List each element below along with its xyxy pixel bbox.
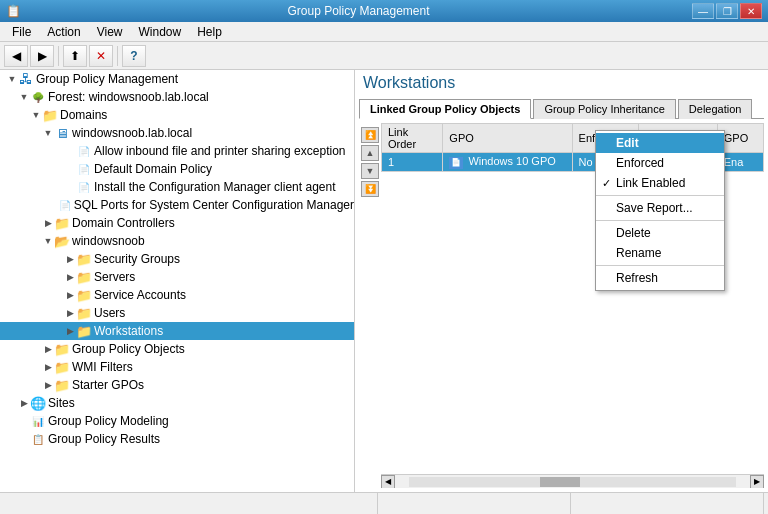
ctx-refresh[interactable]: Refresh — [596, 268, 724, 288]
col-gpo[interactable]: GPO — [443, 124, 572, 153]
tree-item-root[interactable]: ▼ 🖧 Group Policy Management — [0, 70, 354, 88]
status-bar — [0, 492, 768, 514]
tree-item-results[interactable]: 📋 Group Policy Results — [0, 430, 354, 448]
tree-item-forest[interactable]: ▼ 🌳 Forest: windowsnoob.lab.local — [0, 88, 354, 106]
expander-root[interactable]: ▼ — [6, 73, 18, 85]
status-pane-3 — [571, 493, 764, 514]
domain-icon: 🖥 — [54, 125, 70, 141]
toolbar: ◀ ▶ ⬆ ✕ ? — [0, 42, 768, 70]
tree-item-policy-install[interactable]: 📄 Install the Configuration Manager clie… — [0, 178, 354, 196]
menu-bar: File Action View Window Help — [0, 22, 768, 42]
ctx-edit[interactable]: Edit — [596, 133, 724, 153]
expander-empty6 — [18, 433, 30, 445]
col-link-order[interactable]: Link Order — [382, 124, 443, 153]
ctx-save-report[interactable]: Save Report... — [596, 198, 724, 218]
expander-sites[interactable]: ▶ — [18, 397, 30, 409]
nav-top[interactable]: ⏫ — [361, 127, 379, 143]
tree-label-service-accounts: Service Accounts — [94, 288, 186, 302]
expander-sa[interactable]: ▶ — [64, 289, 76, 301]
expander-gpo[interactable]: ▶ — [42, 343, 54, 355]
help-button[interactable]: ? — [122, 45, 146, 67]
dc-folder-icon: 📁 — [54, 215, 70, 231]
expander-domains[interactable]: ▼ — [30, 109, 42, 121]
tree-item-starter-gpos[interactable]: ▶ 📁 Starter GPOs — [0, 376, 354, 394]
tree-item-policy-allow[interactable]: 📄 Allow inbound file and printer sharing… — [0, 142, 354, 160]
minimize-button[interactable]: — — [692, 3, 714, 19]
tree-item-wmi[interactable]: ▶ 📁 WMI Filters — [0, 358, 354, 376]
tree-item-windowsnoob[interactable]: ▼ 📂 windowsnoob — [0, 232, 354, 250]
tree-item-workstations[interactable]: ▶ 📁 Workstations — [0, 322, 354, 340]
expander-wmi[interactable]: ▶ — [42, 361, 54, 373]
menu-help[interactable]: Help — [189, 23, 230, 41]
tree-panel: ▼ 🖧 Group Policy Management ▼ 🌳 Forest: … — [0, 70, 355, 492]
forest-icon: 🌳 — [30, 89, 46, 105]
expander-workstations[interactable]: ▶ — [64, 325, 76, 337]
tree-label-gpo: Group Policy Objects — [72, 342, 185, 356]
policy-icon-4: 📄 — [59, 197, 71, 213]
tab-gp-inheritance[interactable]: Group Policy Inheritance — [533, 99, 675, 119]
ctx-delete[interactable]: Delete — [596, 223, 724, 243]
expander-starter[interactable]: ▶ — [42, 379, 54, 391]
tab-linked-gpo[interactable]: Linked Group Policy Objects — [359, 99, 531, 119]
sa-folder-icon: 📁 — [76, 287, 92, 303]
horizontal-scrollbar[interactable]: ◀ ▶ — [381, 474, 764, 488]
close-button[interactable]: ✕ — [740, 3, 762, 19]
nav-up[interactable]: ▲ — [361, 145, 379, 161]
ctx-rename[interactable]: Rename — [596, 243, 724, 263]
panel-title: Workstations — [359, 74, 764, 92]
expander-sg[interactable]: ▶ — [64, 253, 76, 265]
main-layout: ▼ 🖧 Group Policy Management ▼ 🌳 Forest: … — [0, 70, 768, 492]
ctx-enforced[interactable]: Enforced — [596, 153, 724, 173]
window-controls: — ❐ ✕ — [692, 3, 762, 19]
tree-item-modeling[interactable]: 📊 Group Policy Modeling — [0, 412, 354, 430]
expander-users[interactable]: ▶ — [64, 307, 76, 319]
scroll-left[interactable]: ◀ — [381, 475, 395, 489]
cell-link-order: 1 — [382, 153, 443, 172]
domains-folder-icon: 📁 — [42, 107, 58, 123]
tree-item-users[interactable]: ▶ 📁 Users — [0, 304, 354, 322]
tree-item-policy-sql[interactable]: 📄 SQL Ports for System Center Configurat… — [0, 196, 354, 214]
scroll-track[interactable] — [409, 477, 736, 487]
ctx-sep-2 — [596, 220, 724, 221]
tree-item-domain-controllers[interactable]: ▶ 📁 Domain Controllers — [0, 214, 354, 232]
expander-windowsnoob[interactable]: ▼ — [42, 235, 54, 247]
tree-label-policy-install: Install the Configuration Manager client… — [94, 180, 335, 194]
tree-item-policy-default[interactable]: 📄 Default Domain Policy — [0, 160, 354, 178]
expander-servers[interactable]: ▶ — [64, 271, 76, 283]
sg-folder-icon: 📁 — [76, 251, 92, 267]
expander-empty2 — [64, 163, 76, 175]
forward-button[interactable]: ▶ — [30, 45, 54, 67]
ctx-link-enabled[interactable]: Link Enabled — [596, 173, 724, 193]
tree-item-sites[interactable]: ▶ 🌐 Sites — [0, 394, 354, 412]
ctx-sep-1 — [596, 195, 724, 196]
expander-domain[interactable]: ▼ — [42, 127, 54, 139]
tab-delegation[interactable]: Delegation — [678, 99, 753, 119]
restore-button[interactable]: ❐ — [716, 3, 738, 19]
menu-window[interactable]: Window — [131, 23, 190, 41]
tree-label-domain: windowsnoob.lab.local — [72, 126, 192, 140]
results-icon: 📋 — [30, 431, 46, 447]
scroll-thumb[interactable] — [540, 477, 580, 487]
menu-file[interactable]: File — [4, 23, 39, 41]
tree-item-windowsnoob-domain[interactable]: ▼ 🖥 windowsnoob.lab.local — [0, 124, 354, 142]
modeling-icon: 📊 — [30, 413, 46, 429]
tree-item-servers[interactable]: ▶ 📁 Servers — [0, 268, 354, 286]
title-bar: 📋 Group Policy Management — ❐ ✕ — [0, 0, 768, 22]
up-button[interactable]: ⬆ — [63, 45, 87, 67]
tree-label-modeling: Group Policy Modeling — [48, 414, 169, 428]
nav-down[interactable]: ▼ — [361, 163, 379, 179]
tree-item-service-accounts[interactable]: ▶ 📁 Service Accounts — [0, 286, 354, 304]
menu-action[interactable]: Action — [39, 23, 88, 41]
back-button[interactable]: ◀ — [4, 45, 28, 67]
servers-folder-icon: 📁 — [76, 269, 92, 285]
tree-label-starter-gpos: Starter GPOs — [72, 378, 144, 392]
menu-view[interactable]: View — [89, 23, 131, 41]
nav-bottom[interactable]: ⏬ — [361, 181, 379, 197]
tree-item-security-groups[interactable]: ▶ 📁 Security Groups — [0, 250, 354, 268]
tree-item-gpo[interactable]: ▶ 📁 Group Policy Objects — [0, 340, 354, 358]
stop-button[interactable]: ✕ — [89, 45, 113, 67]
scroll-right[interactable]: ▶ — [750, 475, 764, 489]
expander-forest[interactable]: ▼ — [18, 91, 30, 103]
expander-dc[interactable]: ▶ — [42, 217, 54, 229]
tree-item-domains[interactable]: ▼ 📁 Domains — [0, 106, 354, 124]
